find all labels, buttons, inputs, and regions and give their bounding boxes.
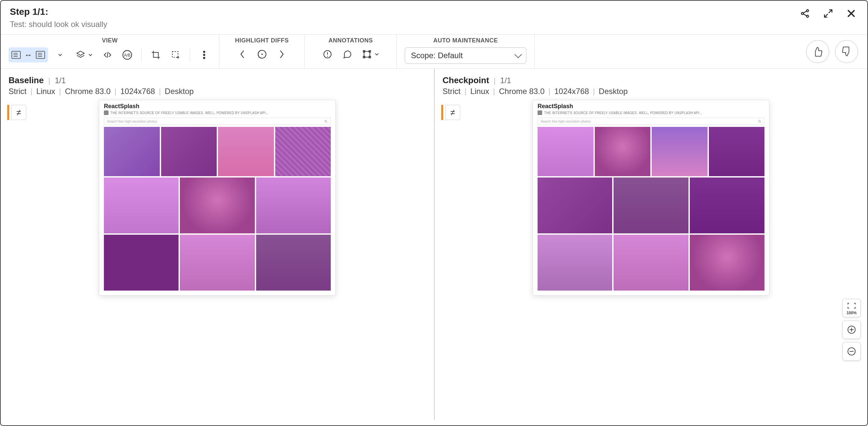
view-mode-caret[interactable] — [54, 48, 68, 62]
regions-caret[interactable] — [374, 47, 381, 61]
baseline-os: Linux — [36, 87, 55, 96]
step-editor-window: Step 1/1: Test: should look ok visually … — [0, 0, 868, 426]
fit-icon — [847, 301, 857, 310]
comment-icon — [342, 49, 352, 59]
dom-view-button[interactable] — [101, 48, 115, 62]
regions-button[interactable] — [360, 47, 374, 61]
swap-arrow-icon: ↔ — [23, 50, 34, 60]
next-diff-button[interactable] — [275, 47, 289, 61]
thumbs-down-button[interactable] — [835, 40, 858, 63]
baseline-index: 1/1 — [55, 76, 66, 85]
chevron-right-icon — [278, 50, 285, 59]
svg-line-40 — [760, 122, 761, 122]
scope-select-value: Scope: Default — [411, 51, 463, 60]
svg-point-28 — [261, 54, 263, 55]
toolbar-section-view: VIEW ↔ A/B — [1, 34, 219, 68]
alert-circle-icon — [322, 49, 332, 59]
panel-right-icon — [35, 51, 45, 59]
step-title: Step 1/1: — [10, 7, 107, 17]
side-by-side-toggle[interactable]: ↔ — [8, 47, 48, 62]
checkpoint-index: 1/1 — [500, 76, 511, 85]
checkpoint-diff-indicator[interactable]: ≠ — [441, 105, 460, 120]
share-icon — [800, 8, 811, 19]
share-button[interactable] — [798, 7, 812, 21]
expand-button[interactable] — [821, 7, 835, 21]
chevron-down-icon — [58, 53, 62, 57]
toolbar-label-view: VIEW — [102, 37, 118, 44]
svg-point-26 — [204, 57, 205, 59]
comparison-area: Baseline | 1/1 Strict| Linux| Chrome 83.… — [1, 69, 867, 420]
svg-text:A/B: A/B — [124, 53, 130, 58]
app-search-placeholder: Search free high-resolution photos — [107, 120, 157, 123]
checkpoint-screenshot[interactable]: ReactSplash THE INTERNET'S SOURCE OF FRE… — [533, 100, 769, 295]
checkpoint-viewport: 1024x768 — [554, 87, 589, 96]
thumbs-up-button[interactable] — [806, 40, 829, 63]
preview-diffs-button[interactable] — [255, 47, 269, 61]
zoom-out-button[interactable] — [842, 342, 861, 361]
toolbar-section-annotations: ANNOTATIONS — [305, 34, 397, 68]
comments-button[interactable] — [340, 47, 354, 61]
plus-circle-icon — [847, 325, 857, 335]
target-region-button[interactable] — [169, 48, 183, 62]
svg-line-3 — [803, 11, 807, 13]
image-grid-row2 — [104, 177, 331, 291]
svg-point-39 — [758, 120, 761, 122]
zoom-fit-button[interactable]: 100% — [842, 299, 861, 317]
svg-line-6 — [825, 14, 828, 17]
image-grid-row1 — [537, 127, 765, 176]
image-grid-row2 — [537, 177, 765, 291]
ab-compare-button[interactable]: A/B — [120, 48, 134, 62]
svg-line-5 — [829, 10, 832, 13]
code-icon — [102, 50, 113, 60]
more-view-button[interactable] — [197, 48, 211, 62]
toolbar-spacer — [535, 34, 797, 68]
svg-line-38 — [327, 122, 327, 122]
svg-point-37 — [325, 120, 327, 122]
baseline-meta: Strict| Linux| Chrome 83.0| 1024x768| De… — [8, 87, 426, 96]
layers-icon — [75, 50, 86, 60]
svg-marker-17 — [77, 51, 85, 56]
crop-icon — [151, 50, 161, 60]
baseline-title: Baseline — [8, 75, 44, 86]
target-icon — [257, 49, 267, 60]
zoom-fit-label: 100% — [847, 310, 857, 315]
svg-point-25 — [204, 54, 205, 56]
toolbar-section-automaint: AUTO MAINTENANCE Scope: Default — [397, 34, 535, 68]
crop-button[interactable] — [149, 48, 163, 62]
panel-left-icon — [11, 51, 21, 59]
app-logo-icon — [537, 110, 542, 115]
close-icon — [846, 8, 857, 19]
layers-button[interactable] — [74, 48, 88, 62]
checkpoint-device: Desktop — [599, 87, 628, 96]
svg-point-1 — [807, 9, 808, 11]
baseline-viewport: 1024x768 — [120, 87, 155, 96]
checkpoint-browser: Chrome 83.0 — [499, 87, 545, 96]
not-equal-icon: ≠ — [445, 105, 460, 120]
svg-point-31 — [327, 56, 328, 57]
search-icon — [324, 120, 328, 123]
scope-select[interactable]: Scope: Default — [405, 47, 526, 64]
selection-plus-icon — [170, 50, 181, 60]
prev-diff-button[interactable] — [236, 47, 249, 61]
approval-buttons — [797, 34, 867, 68]
app-search-input: Search free high-resolution photos — [104, 118, 331, 125]
svg-line-4 — [803, 14, 807, 16]
checkpoint-title: Checkpoint — [442, 75, 489, 86]
baseline-match: Strict — [8, 87, 27, 96]
zoom-in-button[interactable] — [842, 321, 861, 339]
checkpoint-os: Linux — [470, 87, 489, 96]
layers-caret[interactable] — [88, 48, 95, 62]
close-button[interactable] — [844, 7, 858, 21]
thumbs-down-icon — [841, 46, 852, 57]
svg-point-0 — [801, 12, 803, 14]
toolbar-section-highlight: HIGHLIGHT DIFFS — [219, 34, 305, 68]
baseline-screenshot[interactable]: ReactSplash THE INTERNET'S SOURCE OF FRE… — [99, 100, 336, 295]
image-grid-row1 — [104, 127, 331, 176]
baseline-browser: Chrome 83.0 — [65, 87, 111, 96]
baseline-diff-indicator[interactable]: ≠ — [7, 105, 26, 120]
minus-circle-icon — [847, 347, 857, 356]
app-tagline: THE INTERNET'S SOURCE OF FREELY USABLE I… — [111, 111, 269, 115]
issues-button[interactable] — [320, 47, 334, 61]
checkpoint-meta: Strict| Linux| Chrome 83.0| 1024x768| De… — [442, 87, 860, 96]
search-icon — [758, 120, 762, 123]
